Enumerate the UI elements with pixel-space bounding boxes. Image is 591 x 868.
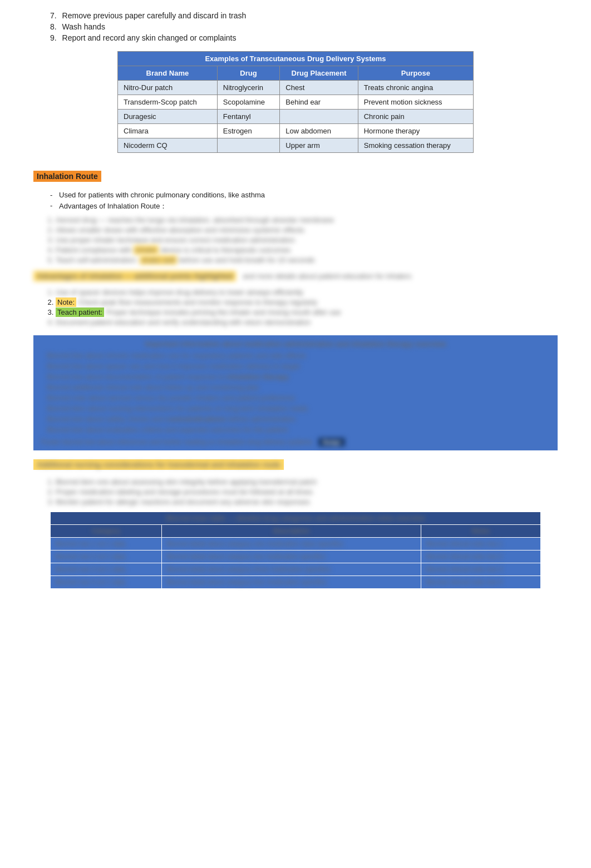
drug-placement: Behind ear xyxy=(280,95,358,110)
drug-name: Nitroglycerin xyxy=(217,81,280,95)
drug-placement: Low abdomen xyxy=(280,124,358,138)
drug-name: Scopolamine xyxy=(217,95,280,110)
table-row: Duragesic Fentanyl Chronic pain xyxy=(118,110,474,124)
lower-section-heading: Additional nursing considerations for tr… xyxy=(33,459,284,470)
inner-col-3: Notes xyxy=(421,525,541,538)
table-title: Examples of Transcutaneous Drug Delivery… xyxy=(118,52,474,66)
brand-name: Nitro-Dur patch xyxy=(118,81,218,95)
drug-purpose: Chronic pain xyxy=(358,110,473,124)
col-placement: Drug Placement xyxy=(280,66,358,81)
inner-drug-table: Blurred inner table — detailed drug cate… xyxy=(50,512,541,589)
drug-placement: Upper arm xyxy=(280,138,358,153)
inner-table-title: Blurred inner table — detailed drug cate… xyxy=(51,512,541,525)
inner-col-1: Category xyxy=(51,525,162,538)
blue-box-title: Important information about medication a… xyxy=(41,340,550,348)
blurred-item: Allows smaller doses with effective abso… xyxy=(56,226,558,234)
blurred-item: Teach patient: Proper technique includes… xyxy=(56,308,558,316)
blue-info-box: Important information about medication a… xyxy=(33,335,558,450)
blue-box-badge: Badge xyxy=(318,438,345,447)
lower-item: Blurred item one about assessing skin in… xyxy=(56,478,558,486)
blue-box-item: Blurred line about spacer use and how it… xyxy=(47,362,550,370)
blue-box-item: Blurred line about chronic medication us… xyxy=(47,351,550,360)
lower-item: Monitor patient for allergic reactions a… xyxy=(56,498,558,506)
inner-table-row: Blurred row 3 col 1 data Blurred detail … xyxy=(51,563,541,576)
table-row: Climara Estrogen Low abdomen Hormone the… xyxy=(118,124,474,138)
yellow-section-heading: Advantages of inhalation — additional po… xyxy=(33,271,236,281)
blurred-item: Use proper inhaler technique and ensure … xyxy=(56,236,558,244)
inner-table-row: Blurred row 2 col 1 data Blurred detail … xyxy=(51,550,541,563)
blurred-item: Document patient education and verify un… xyxy=(56,318,558,326)
inner-table-row: Blurred row 4 col 1 data Blurred detail … xyxy=(51,576,541,589)
table-row: Nicoderm CQ Upper arm Smoking cessation … xyxy=(118,138,474,153)
inhalation-bullet-2: Advantages of Inhalation Route： xyxy=(50,201,558,211)
drug-name: Fentanyl xyxy=(217,110,280,124)
blurred-item: Note: Check peak flow measurements and m… xyxy=(56,298,558,306)
inhalation-section: Inhalation Route Used for patients with … xyxy=(33,163,558,326)
brand-name: Nicoderm CQ xyxy=(118,138,218,153)
drug-name xyxy=(217,138,280,153)
blurred-item: Use of spacer devices helps improve drug… xyxy=(56,288,558,296)
drug-table-container: Examples of Transcutaneous Drug Delivery… xyxy=(117,51,474,153)
drug-purpose: Treats chronic angina xyxy=(358,81,473,95)
drug-purpose: Smoking cessation therapy xyxy=(358,138,473,153)
blue-box-item: Blurred note about aerosol versus dry po… xyxy=(47,394,550,402)
lower-section: Additional nursing considerations for tr… xyxy=(33,459,558,589)
drug-purpose: Hormone therapy xyxy=(358,124,473,138)
drug-placement: Chest xyxy=(280,81,358,95)
inner-table-row: Blurred row 1 col 1 data Blurred detail … xyxy=(51,538,541,550)
lower-item: Proper medication labeling and storage p… xyxy=(56,488,558,496)
drug-placement xyxy=(280,110,358,124)
drug-purpose: Prevent motion sickness xyxy=(358,95,473,110)
table-row: Nitro-Dur patch Nitroglycerin Chest Trea… xyxy=(118,81,474,95)
step-9: 9. Report and record any skin changed or… xyxy=(50,33,558,42)
blue-box-item: Blurred text about safety checks and con… xyxy=(47,415,550,423)
blue-box-item: Blurred additional clinical note about f… xyxy=(47,383,550,391)
blurred-item: Aerosol drug — reaches the lungs via inh… xyxy=(56,216,558,224)
col-drug: Drug xyxy=(217,66,280,81)
blurred-item: Teach self-administration: shake well be… xyxy=(56,256,558,264)
col-brand: Brand Name xyxy=(118,66,218,81)
table-row: Transderm-Scop patch Scopolamine Behind … xyxy=(118,95,474,110)
blurred-item: Patient compliance with inhaler device i… xyxy=(56,246,558,254)
inhalation-heading: Inhalation Route xyxy=(33,171,101,182)
inner-col-2: Description xyxy=(161,525,421,538)
inhalation-bullet-1: Used for patients with chronic pulmonary… xyxy=(50,191,558,199)
blue-box-item: Blurred line about documentation of pati… xyxy=(47,373,550,381)
brand-name: Climara xyxy=(118,124,218,138)
step-8: 8. Wash hands xyxy=(50,22,558,31)
blue-box-item: Blurred text about evaluation criteria a… xyxy=(47,425,550,434)
drug-delivery-table: Examples of Transcutaneous Drug Delivery… xyxy=(117,51,474,153)
drug-name: Estrogen xyxy=(217,124,280,138)
brand-name: Transderm-Scop patch xyxy=(118,95,218,110)
col-purpose: Purpose xyxy=(358,66,473,81)
step-7: 7. Remove previous paper carefully and d… xyxy=(50,11,558,20)
blue-box-item: Blurred item about nursing interventions… xyxy=(47,404,550,413)
inner-table-container: Blurred inner table — detailed drug cate… xyxy=(50,512,541,589)
blue-box-footer: Footer blurred text about references and… xyxy=(41,438,550,446)
brand-name: Duragesic xyxy=(118,110,218,124)
